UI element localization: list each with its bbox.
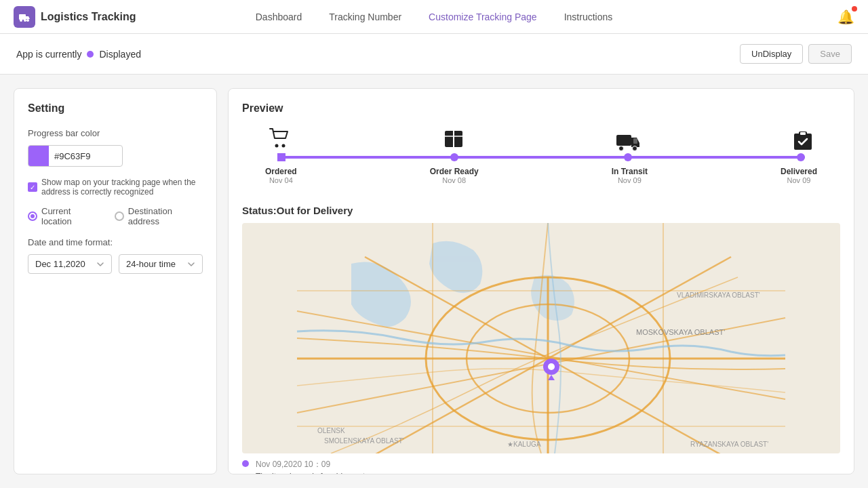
nav-dashboard[interactable]: Dashboard <box>256 12 302 22</box>
progress-dot-1 <box>450 153 458 161</box>
timeline-text-0: The item is ready for shipment <box>256 472 365 474</box>
notification-bell[interactable]: 🔔 <box>837 9 854 25</box>
status-actions: UnDisplay Save <box>740 44 852 64</box>
svg-rect-13 <box>633 138 637 144</box>
svg-point-37 <box>548 363 555 370</box>
svg-text:OLENSK: OLENSK <box>317 427 345 434</box>
delivery-status-label: Status:Out for Delivery <box>242 205 840 216</box>
svg-text:MOSKOVSKAYA OBLAST': MOSKOVSKAYA OBLAST' <box>636 328 725 336</box>
current-location-radio[interactable]: Current location <box>28 206 101 226</box>
svg-rect-10 <box>616 135 631 146</box>
date-time-row: Dec 11,2020 24-hour time <box>28 254 203 274</box>
timeline-dot-0 <box>242 460 249 467</box>
show-map-checkbox-row: Show map on your tracking page when the … <box>28 178 203 197</box>
time-format-select[interactable]: 24-hour time <box>119 254 203 274</box>
svg-point-5 <box>282 144 285 148</box>
settings-panel: Setting Progress bar color #9C63F9 Show … <box>14 88 217 474</box>
progress-dot-3 <box>797 153 805 161</box>
nav-tracking-number[interactable]: Tracking Number <box>329 12 401 22</box>
progress-dot-0 <box>277 153 285 161</box>
main-content: Setting Progress bar color #9C63F9 Show … <box>0 75 868 488</box>
color-swatch <box>28 146 49 166</box>
current-location-label: Current location <box>41 206 101 226</box>
main-nav: Dashboard Tracking Number Customize Trac… <box>256 12 612 22</box>
show-map-checkbox[interactable] <box>28 182 37 192</box>
preview-panel: Preview <box>228 88 854 474</box>
color-picker-wrapper[interactable]: #9C63F9 <box>28 145 123 167</box>
progress-bar-color-label: Progress bar color <box>28 128 203 138</box>
current-location-radio-button[interactable] <box>28 211 37 221</box>
step-icon-0 <box>269 128 291 153</box>
nav-customize[interactable]: Customize Tracking Page <box>429 12 537 22</box>
step-label-1: Order Ready Nov 08 <box>430 167 479 184</box>
location-radio-group: Current location Destination address <box>28 206 203 226</box>
logo-icon <box>14 6 35 28</box>
save-button[interactable]: Save <box>808 44 852 64</box>
status-dot <box>87 51 94 58</box>
app-logo: Logistics Tracking <box>14 6 136 28</box>
time-format-value: 24-hour time <box>126 259 176 269</box>
svg-point-3 <box>26 19 29 22</box>
app-name: Logistics Tracking <box>41 11 136 23</box>
undisplay-button[interactable]: UnDisplay <box>740 44 803 64</box>
svg-text:SMOLENSKAYA OBLAST': SMOLENSKAYA OBLAST' <box>324 437 404 445</box>
color-value: #9C63F9 <box>49 151 117 161</box>
status-prefix: App is currently <box>16 49 81 60</box>
date-format-select[interactable]: Dec 11,2020 <box>28 254 112 274</box>
header: Logistics Tracking Dashboard Tracking Nu… <box>0 0 868 34</box>
timeline-time-0: Nov 09,2020 10：09 <box>256 459 365 470</box>
step-icon-3 <box>793 131 813 153</box>
nav-instructions[interactable]: Instructions <box>564 12 613 22</box>
step-label-3: Delivered Nov 09 <box>781 167 817 184</box>
progress-dot-2 <box>624 153 632 161</box>
header-right: 🔔 <box>837 9 854 25</box>
svg-point-12 <box>633 146 637 151</box>
destination-address-radio-button[interactable] <box>115 211 124 221</box>
status-value: Displayed <box>99 49 140 60</box>
map-svg: MOSKOVSKAYA OBLAST' VLADIMIRSKAYA OBLAST… <box>242 223 840 453</box>
svg-rect-14 <box>794 134 812 150</box>
destination-address-radio[interactable]: Destination address <box>115 206 203 226</box>
svg-rect-16 <box>800 132 806 135</box>
svg-text:VLADIMIRSKAYA OBLAST': VLADIMIRSKAYA OBLAST' <box>677 291 760 299</box>
timeline-entry-0: Nov 09,2020 10：09 The item is ready for … <box>242 453 840 474</box>
svg-rect-17 <box>297 223 785 453</box>
date-format-value: Dec 11,2020 <box>35 259 85 269</box>
svg-rect-0 <box>19 14 26 20</box>
destination-address-label: Destination address <box>128 206 203 226</box>
date-time-label: Date and time format: <box>28 237 203 247</box>
svg-point-1 <box>20 19 22 22</box>
svg-text:RYAZANSKAYA OBLAST': RYAZANSKAYA OBLAST' <box>690 441 768 448</box>
step-label-2: In Transit Nov 09 <box>612 167 648 184</box>
preview-title: Preview <box>242 102 840 115</box>
svg-point-2 <box>24 19 26 22</box>
step-label-0: Ordered Nov 04 <box>265 167 297 184</box>
chevron-down-icon <box>96 260 104 268</box>
svg-text:★KALUGA: ★KALUGA <box>507 441 541 448</box>
chevron-down-icon-2 <box>187 260 195 268</box>
step-icon-2 <box>616 132 640 153</box>
map-container: MOSKOVSKAYA OBLAST' VLADIMIRSKAYA OBLAST… <box>242 223 840 453</box>
svg-point-11 <box>619 146 624 151</box>
settings-title: Setting <box>28 102 203 115</box>
progress-tracker: Ordered Nov 04 Order Ready Nov 08 In Tra… <box>242 128 840 205</box>
svg-point-4 <box>275 144 279 148</box>
status-bar: App is currently Displayed UnDisplay Sav… <box>0 34 868 75</box>
step-icon-1 <box>443 129 464 153</box>
show-map-label: Show map on your tracking page when the … <box>41 178 203 197</box>
notification-badge <box>852 6 857 12</box>
timeline-content-0: Nov 09,2020 10：09 The item is ready for … <box>256 459 365 474</box>
